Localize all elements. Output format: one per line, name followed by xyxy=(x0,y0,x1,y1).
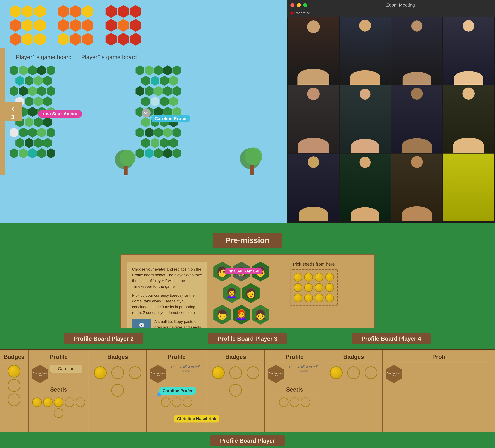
player3-name-hint: Double click to edit name xyxy=(168,365,203,373)
hex-cell xyxy=(160,76,169,86)
video-cell-10 xyxy=(340,154,391,221)
seed-3[interactable] xyxy=(315,273,323,281)
hex-tile xyxy=(58,33,69,46)
hex-tile xyxy=(58,5,69,18)
player2-name-field[interactable]: Caroline xyxy=(50,365,82,373)
hex-tile xyxy=(10,33,21,46)
seed-11[interactable] xyxy=(315,294,323,302)
maximize-dot[interactable] xyxy=(303,3,307,7)
hex-cell xyxy=(136,148,144,158)
close-dot[interactable] xyxy=(290,3,294,7)
profile-header-2: Profile xyxy=(32,354,85,362)
seed-5[interactable] xyxy=(294,283,302,292)
hex-row xyxy=(10,86,121,96)
hex-cell xyxy=(25,76,33,86)
hex-tile xyxy=(70,33,81,46)
hex-tile xyxy=(106,33,117,46)
christine-cursor-container: Christine Hasebrink xyxy=(174,415,219,422)
hex-row xyxy=(15,138,121,148)
avatar-5[interactable]: 👩 xyxy=(242,283,260,303)
seed-10[interactable] xyxy=(304,294,313,302)
seed-6[interactable] xyxy=(304,283,313,292)
badge-3a xyxy=(94,366,107,379)
seed-c-3 xyxy=(54,397,63,407)
person-7 xyxy=(391,85,442,153)
hex-cell xyxy=(34,76,43,86)
seed-c-5 xyxy=(76,397,85,407)
board3-label-tag: Profile Board Player 3 xyxy=(208,333,287,344)
avatar-7[interactable]: 👩‍🦰 xyxy=(233,305,250,325)
seed-8[interactable] xyxy=(325,283,334,292)
hex-cell xyxy=(154,86,163,96)
seed-7[interactable] xyxy=(315,283,323,292)
nav-arrow-left[interactable]: ‹ 3 xyxy=(3,102,22,121)
seed-9[interactable] xyxy=(294,294,302,302)
hex-tile xyxy=(106,19,117,32)
seed-c-6 xyxy=(54,408,63,418)
board2-label-tag: Profile Board Player 2 xyxy=(64,333,143,344)
hex-cell xyxy=(141,117,150,127)
badge-3d xyxy=(111,384,124,397)
badges-header-3: Badges xyxy=(93,354,143,362)
hex-cell xyxy=(19,86,28,96)
video-grid xyxy=(287,17,495,222)
hex-tile xyxy=(82,19,93,32)
hex-tile xyxy=(130,5,141,18)
mission-board-inner: Choose your avatar and replace it on the… xyxy=(127,262,368,338)
hex-cell xyxy=(160,138,169,148)
hex-tile xyxy=(34,19,46,32)
badge-3c xyxy=(129,366,141,379)
badge-3b xyxy=(111,366,124,379)
hex-grid-p2 xyxy=(136,65,247,158)
player4-name-hint: Double click to edit name xyxy=(286,365,321,373)
person-1 xyxy=(288,17,339,85)
hex-cell xyxy=(28,86,37,96)
avatar-4[interactable]: 👩‍🦱 xyxy=(223,283,241,303)
hex-row xyxy=(10,148,121,158)
cp-avatar: CP xyxy=(142,108,151,117)
seeds-from-here-label: Pick seeds from here xyxy=(290,262,338,267)
seed-12[interactable] xyxy=(325,294,334,302)
hex-tile xyxy=(22,33,33,46)
avatar-6[interactable]: 👦 xyxy=(213,305,231,325)
profile-avatar-hex-5: Place Your Avatar Here xyxy=(386,365,402,383)
hex-cell xyxy=(15,76,24,86)
hex-row xyxy=(15,76,121,86)
seed-c-1 xyxy=(32,397,42,407)
zoom-title: Zoom Meeting xyxy=(310,2,492,8)
hex-row xyxy=(15,117,121,127)
hex-cell xyxy=(154,65,163,75)
hex-cell xyxy=(141,97,150,107)
hex-cell xyxy=(37,148,46,158)
badge-4d xyxy=(229,384,242,397)
person-4 xyxy=(443,17,494,85)
hex-cell xyxy=(141,138,150,148)
hex-cell xyxy=(28,107,37,117)
video-cell-1 xyxy=(288,17,339,85)
seed-2[interactable] xyxy=(304,273,313,281)
hex-row xyxy=(136,107,247,117)
board4-profile: Profile Place Your Avatar Here Double cl… xyxy=(265,350,325,432)
hex-group-orange xyxy=(57,5,99,46)
nav-arrow-inner: ‹ 3 xyxy=(11,103,14,121)
badge-5c xyxy=(365,366,377,379)
hex-cell xyxy=(28,148,37,158)
minimize-dot[interactable] xyxy=(297,3,301,7)
seed-1[interactable] xyxy=(294,273,302,281)
hex-cell xyxy=(34,97,43,107)
hex-tile xyxy=(70,19,81,32)
seeds-area: Pick seeds from here xyxy=(290,262,338,338)
hex-tile xyxy=(106,5,117,18)
profile-header-4: Profile xyxy=(268,354,321,362)
seeds-circles-4 xyxy=(268,397,321,407)
mission-text-area: Choose your avatar and replace it on the… xyxy=(127,262,207,338)
play-button-icon[interactable]: ▶ xyxy=(139,323,144,327)
badge-row-5 xyxy=(329,365,379,381)
person-11 xyxy=(391,154,442,221)
hex-cell xyxy=(151,76,159,86)
badge-4c xyxy=(247,366,259,379)
hex-cell xyxy=(37,65,46,75)
avatar-8[interactable]: 👧 xyxy=(252,305,269,325)
profile-boards-strip: Badges Profile Place Your Avatar Here Ca… xyxy=(0,349,495,432)
seed-4[interactable] xyxy=(325,273,334,281)
